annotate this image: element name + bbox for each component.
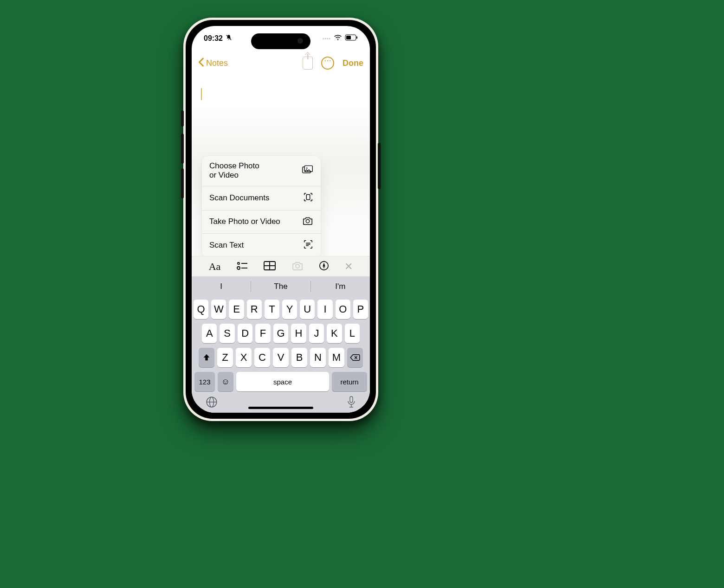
suggestion-bar: I The I'm <box>192 276 370 297</box>
key-f[interactable]: F <box>255 324 270 343</box>
menu-item-label: Scan Text <box>209 241 244 250</box>
done-button[interactable]: Done <box>343 58 363 68</box>
bell-slash-icon <box>226 34 232 43</box>
share-icon[interactable] <box>303 57 313 70</box>
text-cursor <box>201 88 202 100</box>
key-b[interactable]: B <box>291 348 307 367</box>
key-n[interactable]: N <box>310 348 326 367</box>
markup-icon[interactable] <box>319 261 329 273</box>
key-d[interactable]: D <box>238 324 252 343</box>
menu-scan-text[interactable]: Scan Text <box>202 233 321 257</box>
camera-icon <box>302 216 313 228</box>
key-v[interactable]: V <box>273 348 289 367</box>
key-l[interactable]: L <box>345 324 360 343</box>
key-c[interactable]: C <box>254 348 270 367</box>
suggestion-1[interactable]: I <box>192 282 251 291</box>
key-u[interactable]: U <box>300 300 315 319</box>
power-button <box>378 143 381 189</box>
status-time: 09:32 <box>204 34 223 43</box>
svg-point-20 <box>296 264 299 268</box>
notes-navbar: Notes Done <box>192 53 370 73</box>
key-z[interactable]: Z <box>217 348 233 367</box>
svg-rect-28 <box>350 396 353 403</box>
svg-rect-8 <box>306 194 310 199</box>
camera-toolbar-icon[interactable] <box>291 261 304 272</box>
close-icon[interactable]: ✕ <box>344 261 353 273</box>
text-style-icon[interactable]: Aa <box>209 261 221 273</box>
text-scan-icon <box>303 239 313 252</box>
svg-point-1 <box>337 40 338 41</box>
key-o[interactable]: O <box>336 300 350 319</box>
chevron-left-icon <box>198 58 204 69</box>
suggestion-2[interactable]: The <box>251 282 310 291</box>
battery-icon <box>345 34 358 43</box>
screen: 09:32 •••• <box>192 26 370 413</box>
svg-rect-3 <box>346 36 351 39</box>
menu-take-photo[interactable]: Take Photo or Video <box>202 210 321 233</box>
return-key[interactable]: return <box>332 372 367 391</box>
key-y[interactable]: Y <box>282 300 297 319</box>
key-m[interactable]: M <box>329 348 344 367</box>
key-i[interactable]: I <box>317 300 332 319</box>
back-button[interactable]: Notes <box>198 58 303 69</box>
menu-choose-photo[interactable]: Choose Photo or Video <box>202 156 321 186</box>
cellular-dots-icon: •••• <box>323 36 331 41</box>
key-row-1: Q W E R T Y U I O P <box>194 300 368 319</box>
home-indicator[interactable] <box>248 407 313 409</box>
mute-switch <box>181 110 184 127</box>
menu-item-label: Take Photo or Video <box>209 217 280 226</box>
key-e[interactable]: E <box>229 300 244 319</box>
key-g[interactable]: G <box>273 324 288 343</box>
key-q[interactable]: Q <box>194 300 208 319</box>
key-row-2: A S D F G H J K L <box>194 324 368 343</box>
svg-rect-4 <box>356 37 357 39</box>
photos-icon <box>302 165 313 177</box>
keyboard: I The I'm Q W E R T Y U I <box>192 276 370 413</box>
key-x[interactable]: X <box>236 348 252 367</box>
more-icon[interactable] <box>321 57 334 70</box>
key-h[interactable]: H <box>291 324 306 343</box>
key-j[interactable]: J <box>309 324 324 343</box>
volume-down-button <box>181 168 184 198</box>
dictation-icon[interactable] <box>347 396 356 410</box>
notes-format-toolbar: Aa ✕ <box>192 256 370 276</box>
key-r[interactable]: R <box>247 300 262 319</box>
menu-scan-documents[interactable]: Scan Documents <box>202 186 321 210</box>
backspace-key[interactable] <box>347 348 363 367</box>
svg-point-7 <box>306 167 308 169</box>
key-t[interactable]: T <box>265 300 279 319</box>
key-a[interactable]: A <box>202 324 217 343</box>
svg-point-9 <box>306 219 309 223</box>
doc-scan-icon <box>303 192 313 205</box>
menu-item-label: Choose Photo or Video <box>209 161 259 180</box>
key-s[interactable]: S <box>220 324 234 343</box>
svg-point-14 <box>237 267 240 269</box>
key-row-3: Z X C V B N M <box>194 348 368 367</box>
volume-up-button <box>181 134 184 164</box>
status-bar: 09:32 •••• <box>192 26 370 51</box>
table-icon[interactable] <box>264 261 276 272</box>
iphone-frame: 09:32 •••• <box>183 18 378 421</box>
key-w[interactable]: W <box>211 300 226 319</box>
emoji-key[interactable]: ☺ <box>218 372 233 391</box>
key-p[interactable]: P <box>353 300 368 319</box>
shift-key[interactable] <box>199 348 214 367</box>
checklist-icon[interactable] <box>236 261 248 273</box>
key-row-4: 123 ☺ space return <box>194 372 368 391</box>
back-label: Notes <box>206 58 228 68</box>
key-k[interactable]: K <box>327 324 342 343</box>
space-key[interactable]: space <box>236 372 329 391</box>
camera-action-menu: Choose Photo or Video Scan Documents Tak… <box>202 156 321 257</box>
suggestion-3[interactable]: I'm <box>311 282 370 291</box>
globe-icon[interactable] <box>206 396 218 410</box>
wifi-icon <box>334 34 342 43</box>
numbers-key[interactable]: 123 <box>194 372 215 391</box>
menu-item-label: Scan Documents <box>209 193 269 203</box>
